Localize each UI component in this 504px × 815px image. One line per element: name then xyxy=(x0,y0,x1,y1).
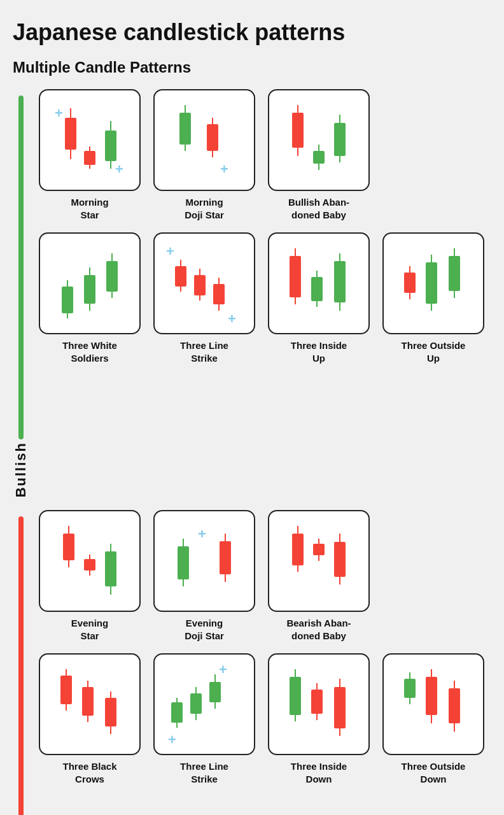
svg-rect-82 xyxy=(292,534,304,565)
svg-text:+: + xyxy=(220,161,228,177)
bearish-abandoned-baby-wrapper: Bearish Aban-doned Baby xyxy=(265,510,373,642)
three-line-strike-bear-svg: + + xyxy=(163,663,246,746)
svg-rect-28 xyxy=(62,287,73,313)
three-inside-up-label: Three InsideUp xyxy=(291,339,347,364)
svg-rect-34 xyxy=(106,261,118,292)
page-title: Japanese candlestick patterns xyxy=(13,19,491,46)
svg-rect-66 xyxy=(63,534,74,560)
svg-text:+: + xyxy=(168,732,176,746)
bullish-rows: + + xyxy=(36,89,491,497)
bearish-bar xyxy=(18,516,24,815)
three-line-strike-bull-card: + + xyxy=(153,232,255,334)
bullish-abandoned-baby-svg xyxy=(277,99,360,181)
svg-rect-51 xyxy=(311,277,323,301)
svg-rect-100 xyxy=(171,702,183,723)
three-line-strike-bull-wrapper: + + Three LineS xyxy=(150,232,258,364)
bullish-row-1: + + xyxy=(36,89,491,221)
three-inside-down-card xyxy=(268,653,370,755)
bullish-section: Bullish + xyxy=(13,89,491,497)
three-black-crows-label: Three BlackCrows xyxy=(62,760,116,785)
svg-rect-123 xyxy=(426,677,437,715)
evening-star-wrapper: EveningStar xyxy=(36,510,144,642)
morning-doji-star-card: + xyxy=(153,89,255,191)
bearish-row-1: EveningStar + xyxy=(36,510,491,642)
three-line-strike-bear-label: Three LineStrike xyxy=(180,760,228,785)
svg-rect-8 xyxy=(105,131,116,161)
bearish-abandoned-baby-label: Bearish Aban-doned Baby xyxy=(286,617,351,642)
evening-doji-star-label: EveningDoji Star xyxy=(185,617,224,642)
svg-rect-38 xyxy=(175,266,186,287)
bearish-rows: EveningStar + xyxy=(36,510,491,815)
bearish-section: Bearish xyxy=(13,510,491,815)
morning-doji-star-label: MorningDoji Star xyxy=(185,196,224,221)
three-inside-down-wrapper: Three InsideDown xyxy=(265,653,373,785)
three-outside-up-label: Three OutsideUp xyxy=(402,339,466,364)
bearish-abandoned-baby-svg xyxy=(277,520,360,602)
svg-rect-97 xyxy=(105,698,116,726)
svg-rect-31 xyxy=(84,275,95,304)
bullish-abandoned-baby-wrapper: Bullish Aban-doned Baby xyxy=(265,89,373,221)
svg-rect-117 xyxy=(334,687,346,728)
bearish-row-2: Three BlackCrows xyxy=(36,653,491,785)
morning-doji-star-svg: + xyxy=(163,99,246,181)
three-white-soldiers-label: Three WhiteSoldiers xyxy=(62,339,117,364)
svg-text:+: + xyxy=(198,526,206,542)
svg-rect-48 xyxy=(290,256,301,297)
svg-rect-25 xyxy=(334,123,346,156)
bearish-bar-wrapper: Bearish xyxy=(13,510,29,815)
svg-rect-106 xyxy=(209,682,221,702)
svg-rect-91 xyxy=(60,676,72,704)
svg-text:+: + xyxy=(228,311,236,325)
bullish-bar-wrapper: Bullish xyxy=(13,89,29,497)
svg-text:+: + xyxy=(55,105,63,121)
svg-rect-63 xyxy=(449,256,460,291)
three-outside-up-svg xyxy=(392,242,475,325)
svg-rect-85 xyxy=(313,544,325,555)
svg-rect-72 xyxy=(105,551,116,586)
svg-rect-120 xyxy=(404,679,416,698)
svg-rect-69 xyxy=(84,559,95,570)
three-white-soldiers-card xyxy=(39,232,141,334)
three-line-strike-bear-wrapper: + + Three LineStrike xyxy=(150,653,258,785)
svg-rect-44 xyxy=(213,284,225,304)
three-white-soldiers-wrapper: Three WhiteSoldiers xyxy=(36,232,144,364)
three-inside-up-wrapper: Three InsideUp xyxy=(265,232,373,364)
bullish-label: Bullish xyxy=(13,442,29,497)
three-line-strike-bull-svg: + + xyxy=(163,242,246,325)
svg-rect-94 xyxy=(82,687,94,716)
svg-rect-22 xyxy=(313,151,325,164)
svg-rect-88 xyxy=(334,542,346,577)
svg-rect-54 xyxy=(334,261,346,302)
svg-rect-79 xyxy=(220,541,231,574)
evening-star-label: EveningStar xyxy=(71,617,108,642)
bullish-abandoned-baby-label: Bullish Aban-doned Baby xyxy=(288,196,349,221)
morning-doji-star-wrapper: + MorningDoji Star xyxy=(150,89,258,221)
svg-rect-15 xyxy=(207,124,218,151)
three-outside-down-svg xyxy=(392,663,475,746)
three-white-soldiers-svg xyxy=(48,242,131,325)
bullish-row-2: Three WhiteSoldiers + xyxy=(36,232,491,364)
morning-star-card: + + xyxy=(39,89,141,191)
evening-doji-star-card: + xyxy=(153,510,255,612)
three-outside-down-card xyxy=(382,653,484,755)
three-black-crows-wrapper: Three BlackCrows xyxy=(36,653,144,785)
svg-text:+: + xyxy=(166,243,174,259)
morning-star-svg: + + xyxy=(48,99,131,181)
evening-star-card xyxy=(39,510,141,612)
svg-rect-41 xyxy=(194,275,206,295)
three-line-strike-bear-card: + + xyxy=(153,653,255,755)
svg-rect-57 xyxy=(404,273,416,293)
svg-rect-5 xyxy=(84,151,95,165)
three-outside-down-wrapper: Three OutsideDown xyxy=(379,653,487,785)
evening-doji-star-svg: + xyxy=(163,520,246,602)
evening-doji-star-wrapper: + EveningDoji Star xyxy=(150,510,258,642)
three-inside-up-card xyxy=(268,232,370,334)
three-outside-down-label: Three OutsideDown xyxy=(402,760,466,785)
three-outside-up-wrapper: Three OutsideUp xyxy=(379,232,487,364)
svg-rect-2 xyxy=(65,118,76,150)
three-inside-up-svg xyxy=(277,242,360,325)
svg-rect-12 xyxy=(179,113,191,145)
morning-star-wrapper: + + xyxy=(36,89,144,221)
svg-rect-19 xyxy=(292,113,304,148)
svg-rect-126 xyxy=(449,688,460,723)
